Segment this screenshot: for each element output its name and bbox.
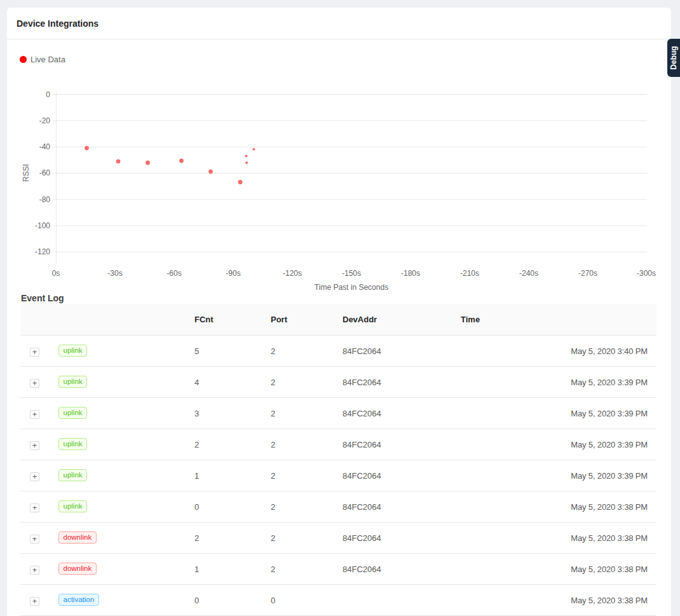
svg-text:-180s: -180s [401,269,420,278]
svg-text:-80: -80 [39,195,51,204]
svg-text:0s: 0s [52,269,60,278]
svg-text:-270s: -270s [578,269,597,278]
svg-text:-60: -60 [39,168,51,177]
svg-text:-90s: -90s [226,269,240,278]
svg-text:-60s: -60s [167,269,181,278]
svg-text:-150s: -150s [342,269,361,278]
svg-text:-20: -20 [39,116,51,125]
svg-text:-120: -120 [35,247,50,256]
svg-text:0: 0 [46,90,50,99]
svg-text:-120s: -120s [283,269,302,278]
svg-text:-240s: -240s [519,269,538,278]
svg-text:-30s: -30s [107,269,122,278]
svg-text:-100: -100 [35,221,50,230]
svg-text:RSSI: RSSI [22,164,31,182]
svg-text:-300s: -300s [637,269,656,278]
svg-text:-210s: -210s [460,269,479,278]
svg-text:Time Past in Seconds: Time Past in Seconds [315,283,388,292]
svg-text:-40: -40 [39,142,51,151]
